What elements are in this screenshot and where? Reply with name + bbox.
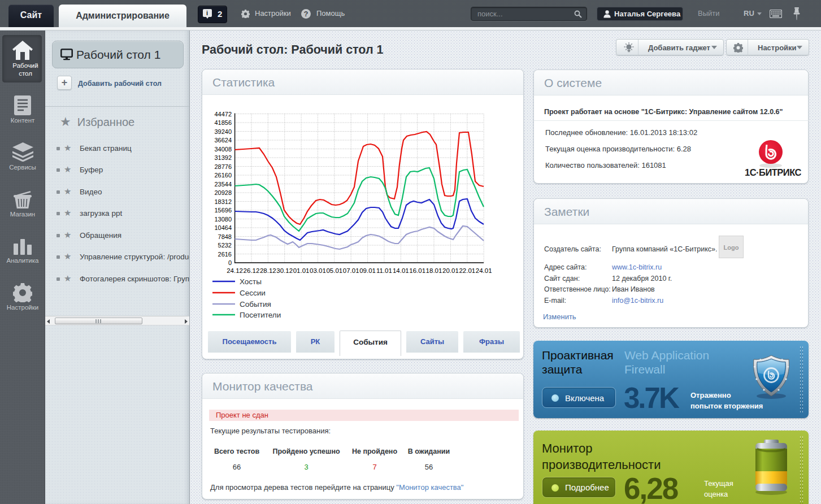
svg-text:18312: 18312 [214,198,232,205]
svg-text:34008: 34008 [214,146,232,153]
svg-text:Сессии: Сессии [240,289,266,297]
svg-text:23544: 23544 [214,181,232,188]
svg-text:28776: 28776 [214,163,232,170]
svg-text:31392: 31392 [214,154,232,161]
svg-text:28.12: 28.12 [260,267,276,274]
svg-text:Хосты: Хосты [240,277,262,286]
svg-text:События: События [240,300,271,309]
svg-text:26160: 26160 [214,172,232,179]
svg-text:36624: 36624 [214,137,232,144]
svg-text:09.01: 09.01 [359,267,376,274]
svg-text:44472: 44472 [214,111,232,118]
svg-text:26.12: 26.12 [244,267,260,274]
svg-text:07.01: 07.01 [343,267,359,274]
svg-text:15696: 15696 [214,207,232,214]
svg-text:01.01: 01.01 [293,267,310,274]
svg-text:22.01: 22.01 [459,267,475,274]
svg-text:1С·БИТРИКС: 1С·БИТРИКС [745,167,801,177]
svg-text:03.01: 03.01 [310,267,326,274]
svg-text:11.01: 11.01 [376,267,392,274]
svg-text:18.01: 18.01 [426,267,442,274]
svg-text:20928: 20928 [214,189,232,196]
svg-text:13080: 13080 [214,216,232,223]
svg-text:39240: 39240 [214,128,232,135]
svg-text:30.12: 30.12 [276,267,293,274]
svg-text:16.01: 16.01 [409,267,425,274]
svg-text:20.01: 20.01 [442,267,459,274]
svg-text:10464: 10464 [214,224,232,231]
svg-text:41856: 41856 [214,119,232,126]
svg-text:24.01: 24.01 [476,267,492,274]
svg-text:05.01: 05.01 [326,267,342,274]
svg-text:24.12: 24.12 [227,267,243,274]
svg-text:5232: 5232 [218,242,232,249]
svg-text:7848: 7848 [218,233,232,240]
svg-text:2616: 2616 [218,251,232,258]
svg-text:Посетители: Посетители [240,311,281,319]
svg-text:0: 0 [228,259,232,266]
svg-text:14.01: 14.01 [393,267,409,274]
